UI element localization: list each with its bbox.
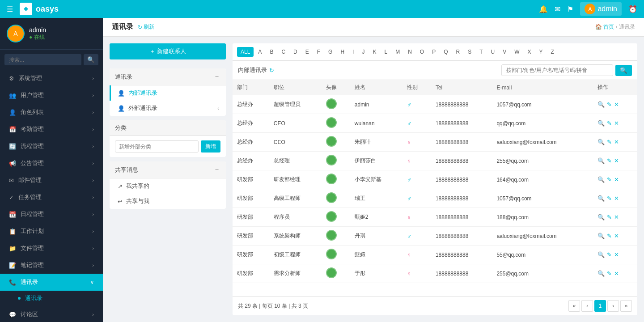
refresh-button[interactable]: ↻ 刷新 [138, 23, 154, 31]
clock-icon[interactable]: ⏰ [628, 5, 637, 13]
page-first-button[interactable]: « [568, 300, 580, 312]
alpha-btn-x[interactable]: X [524, 47, 535, 57]
edit-icon[interactable]: ✎ [607, 120, 612, 127]
alpha-btn-h[interactable]: H [337, 47, 348, 57]
delete-icon[interactable]: ✕ [614, 214, 619, 220]
alpha-btn-d[interactable]: D [290, 47, 301, 57]
edit-icon[interactable]: ✎ [607, 214, 612, 220]
external-contacts-item[interactable]: 👤 外部通讯录 ‹ [110, 101, 226, 116]
edit-icon[interactable]: ✎ [607, 270, 612, 277]
edit-icon[interactable]: ✎ [607, 101, 612, 108]
my-shared-item[interactable]: ↗ 我共享的 [110, 178, 226, 194]
alpha-btn-t[interactable]: T [476, 47, 486, 57]
sidebar-item-workflow[interactable]: 🔄流程管理 › [0, 138, 103, 155]
table-search-input[interactable] [501, 64, 613, 76]
new-contact-button[interactable]: ＋ 新建联系人 [110, 43, 226, 59]
alpha-btn-all[interactable]: ALL [237, 47, 254, 57]
delete-icon[interactable]: ✕ [614, 101, 619, 108]
classify-input[interactable] [115, 140, 199, 153]
alpha-btn-y[interactable]: Y [536, 47, 547, 57]
sidebar-menu: ⚙系统管理 › 👥用户管理 › 👤角色列表 › 📅考勤管理 › 🔄流程管理 › … [0, 70, 103, 322]
page-last-button[interactable]: » [620, 300, 632, 312]
delete-icon[interactable]: ✕ [614, 120, 619, 127]
delete-icon[interactable]: ✕ [614, 270, 619, 277]
alpha-btn-i[interactable]: I [349, 47, 357, 57]
delete-icon[interactable]: ✕ [614, 157, 619, 164]
alpha-btn-o[interactable]: O [416, 47, 428, 57]
delete-icon[interactable]: ✕ [614, 176, 619, 183]
sidebar-item-system[interactable]: ⚙系统管理 › [0, 70, 103, 87]
sidebar-item-tasks[interactable]: ✓任务管理 › [0, 189, 103, 206]
admin-badge[interactable]: A admin [580, 2, 622, 16]
alpha-btn-e[interactable]: E [302, 47, 313, 57]
alpha-btn-l[interactable]: L [381, 47, 391, 57]
bell-icon[interactable]: 🔔 [539, 5, 548, 13]
sidebar-search-button[interactable]: 🔍 [84, 54, 98, 65]
hamburger-icon[interactable]: ☰ [7, 5, 13, 13]
alpha-btn-r[interactable]: R [453, 47, 464, 57]
sidebar-item-attendance[interactable]: 📅考勤管理 › [0, 121, 103, 138]
edit-icon[interactable]: ✎ [607, 233, 612, 239]
sidebar-item-announcement[interactable]: 📢公告管理 › [0, 155, 103, 172]
sidebar-item-roles[interactable]: 👤角色列表 › [0, 104, 103, 121]
alpha-btn-f[interactable]: F [314, 47, 324, 57]
alpha-btn-c[interactable]: C [278, 47, 289, 57]
delete-icon[interactable]: ✕ [614, 233, 619, 239]
edit-icon[interactable]: ✎ [607, 139, 612, 145]
view-icon[interactable]: 🔍 [597, 214, 605, 220]
view-icon[interactable]: 🔍 [597, 120, 605, 127]
page-next-button[interactable]: › [607, 300, 619, 312]
sidebar-submenu-contacts[interactable]: 通讯录 [0, 291, 103, 306]
alpha-btn-g[interactable]: G [325, 47, 336, 57]
edit-icon[interactable]: ✎ [607, 251, 612, 258]
internal-contacts-item[interactable]: 👤 内部通讯录 [110, 85, 226, 101]
shared-with-me-item[interactable]: ↩ 共享与我 [110, 194, 226, 209]
classify-add-button[interactable]: 新增 [201, 140, 220, 153]
alpha-btn-q[interactable]: Q [440, 47, 451, 57]
breadcrumb-home[interactable]: 首页 [603, 24, 614, 30]
delete-icon[interactable]: ✕ [614, 251, 619, 258]
collapse-contacts-button[interactable]: － [213, 72, 220, 81]
table-search-button[interactable]: 🔍 [615, 65, 632, 76]
view-icon[interactable]: 🔍 [597, 195, 605, 202]
alpha-btn-k[interactable]: K [369, 47, 380, 57]
edit-icon[interactable]: ✎ [607, 195, 612, 202]
page-prev-button[interactable]: ‹ [581, 300, 593, 312]
table-refresh-icon[interactable]: ↻ [269, 67, 274, 74]
view-icon[interactable]: 🔍 [597, 270, 605, 277]
alpha-btn-u[interactable]: U [487, 47, 499, 57]
sidebar-item-files[interactable]: 📁文件管理 › [0, 240, 103, 257]
page-1-button[interactable]: 1 [594, 300, 606, 312]
edit-icon[interactable]: ✎ [607, 176, 612, 183]
sidebar-search-input[interactable] [4, 54, 81, 65]
sidebar-item-mail[interactable]: ✉邮件管理 › [0, 172, 103, 189]
alpha-btn-m[interactable]: M [392, 47, 403, 57]
view-icon[interactable]: 🔍 [597, 101, 605, 108]
alpha-btn-j[interactable]: J [358, 47, 368, 57]
alpha-btn-s[interactable]: S [464, 47, 475, 57]
collapse-shared-button[interactable]: － [213, 165, 220, 174]
view-icon[interactable]: 🔍 [597, 176, 605, 183]
sidebar-item-workplan[interactable]: 📋工作计划 › [0, 223, 103, 240]
sidebar-item-notes[interactable]: 📝笔记管理 › [0, 257, 103, 274]
view-icon[interactable]: 🔍 [597, 251, 605, 258]
alpha-btn-n[interactable]: N [404, 47, 415, 57]
delete-icon[interactable]: ✕ [614, 139, 619, 145]
view-icon[interactable]: 🔍 [597, 233, 605, 239]
sidebar-item-forum[interactable]: 💬讨论区 › [0, 306, 103, 322]
view-icon[interactable]: 🔍 [597, 157, 605, 164]
view-icon[interactable]: 🔍 [597, 139, 605, 145]
alpha-btn-z[interactable]: Z [547, 47, 558, 57]
alpha-btn-b[interactable]: B [266, 47, 277, 57]
alpha-btn-v[interactable]: V [499, 47, 510, 57]
mail-icon[interactable]: ✉ [555, 5, 560, 13]
alpha-btn-p[interactable]: P [428, 47, 439, 57]
edit-icon[interactable]: ✎ [607, 157, 612, 164]
sidebar-item-contacts[interactable]: 📞通讯录 ∨ [0, 274, 103, 291]
sidebar-item-schedule[interactable]: 📆日程管理 › [0, 206, 103, 223]
sidebar-item-users[interactable]: 👥用户管理 › [0, 87, 103, 104]
delete-icon[interactable]: ✕ [614, 195, 619, 202]
alpha-btn-w[interactable]: W [511, 47, 523, 57]
flag-icon[interactable]: ⚑ [567, 5, 573, 13]
alpha-btn-a[interactable]: A [254, 47, 265, 57]
